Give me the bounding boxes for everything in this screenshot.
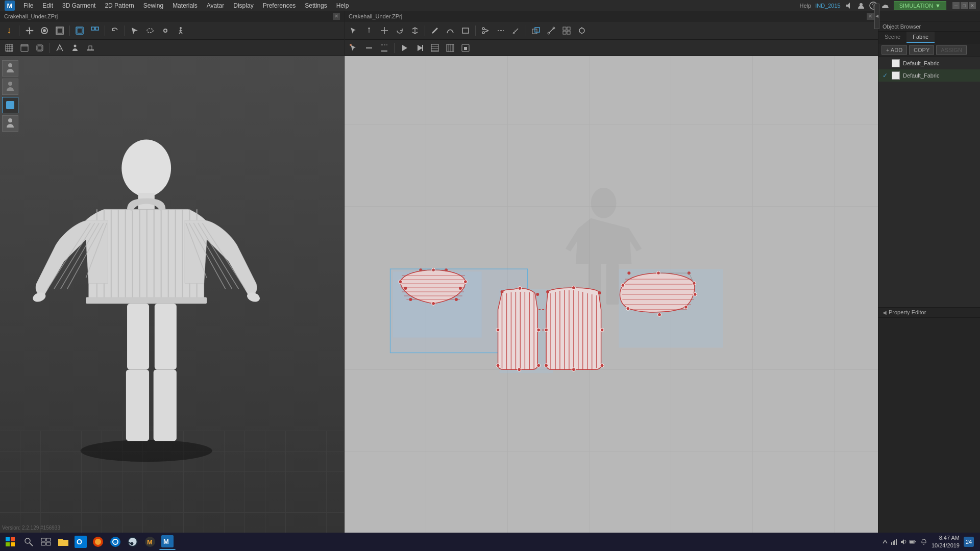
- taskbar-marvelous-active[interactable]: M: [159, 534, 176, 550]
- tb-2d-sel-v[interactable]: [347, 41, 361, 55]
- taskbar-steam[interactable]: [125, 534, 141, 550]
- tb-wireframe[interactable]: [33, 41, 47, 55]
- svg-point-11: [147, 29, 153, 33]
- viewport-3d[interactable]: Version: 2.2.129 #156933: [0, 56, 344, 533]
- tb-pin[interactable]: [158, 23, 173, 38]
- menu-2d-pattern[interactable]: 2D Pattern: [101, 1, 138, 10]
- tb-sewing-select[interactable]: [53, 41, 67, 55]
- menu-materials[interactable]: Materials: [168, 1, 202, 10]
- sep7: [475, 26, 476, 36]
- simulation-dropdown-icon[interactable]: ▼: [935, 3, 941, 9]
- cloud-icon[interactable]: [881, 2, 890, 10]
- tb-select-arrow[interactable]: [128, 23, 142, 38]
- sidebar-spacer: [878, 82, 980, 307]
- tb-2d-move[interactable]: [377, 23, 391, 38]
- avatar-thumb-1[interactable]: [2, 60, 18, 77]
- menu-sewing[interactable]: Sewing: [139, 1, 167, 10]
- menu-settings[interactable]: Settings: [301, 1, 331, 10]
- panel-3d-titlebar: Crakehall_Under.ZPrj ✕: [0, 11, 344, 21]
- tb-2d-notch[interactable]: [458, 41, 473, 55]
- panel-3d-close[interactable]: ✕: [333, 13, 340, 20]
- tb-lasso[interactable]: [143, 23, 157, 38]
- volume-icon[interactable]: [900, 538, 907, 545]
- tb-2d-snap[interactable]: [575, 23, 589, 38]
- tb-ground-btn[interactable]: [83, 41, 97, 55]
- taskbar-ie[interactable]: [107, 534, 124, 550]
- tb-2d-grid[interactable]: [559, 23, 574, 38]
- tb-2d-select[interactable]: [347, 23, 361, 38]
- tb-2d-sewing[interactable]: [544, 23, 558, 38]
- volume-icon[interactable]: [845, 2, 853, 10]
- tb-2d-play[interactable]: [397, 41, 411, 55]
- tb-show-mesh[interactable]: [2, 41, 16, 55]
- tb-2d-stitch[interactable]: [494, 23, 508, 38]
- tb-2d-stripe[interactable]: [443, 41, 457, 55]
- tb-2d-scissors[interactable]: [478, 23, 493, 38]
- fabric-item-1[interactable]: Default_Fabric: [878, 57, 980, 69]
- tb-2d-arrow[interactable]: [362, 23, 376, 38]
- tb-2d-pen[interactable]: [428, 23, 442, 38]
- tb-rotate-3d[interactable]: [37, 23, 52, 38]
- avatar-thumb-2[interactable]: [2, 79, 18, 95]
- tb-reset-3d[interactable]: [72, 23, 87, 38]
- tb-avatar-btn[interactable]: [68, 41, 82, 55]
- taskbar-browser[interactable]: [90, 534, 106, 550]
- menu-preferences[interactable]: Preferences: [259, 1, 300, 10]
- taskbar-filemanager[interactable]: [55, 534, 71, 550]
- fabric-item-2[interactable]: ✓ Default_Fabric: [878, 69, 980, 82]
- tab-scene[interactable]: Scene: [878, 32, 906, 43]
- svg-rect-68: [127, 304, 149, 369]
- close-button[interactable]: ✕: [969, 2, 976, 9]
- tb-undo-3d[interactable]: [108, 23, 122, 38]
- network-icon[interactable]: [891, 538, 898, 545]
- tb-scale-3d[interactable]: [53, 23, 67, 38]
- notification-icon[interactable]: [920, 538, 927, 545]
- battery-icon[interactable]: [909, 538, 916, 545]
- up-arrow-icon[interactable]: [881, 538, 889, 545]
- tb-select-3d[interactable]: ↓: [2, 23, 16, 38]
- sidebar-collapse-btn[interactable]: ◀: [874, 4, 879, 29]
- menu-help[interactable]: Help: [332, 1, 353, 10]
- menu-3d-garment[interactable]: 3D Garment: [58, 1, 100, 10]
- viewport-2d[interactable]: [345, 56, 878, 533]
- tb-2d-straight[interactable]: [362, 41, 376, 55]
- simulation-button[interactable]: SIMULATION ▼: [894, 1, 946, 10]
- tb-2d-measure[interactable]: [509, 23, 523, 38]
- svg-point-180: [627, 271, 630, 274]
- tb-texture[interactable]: [17, 41, 32, 55]
- menu-edit[interactable]: Edit: [38, 1, 57, 10]
- notification-badge[interactable]: 24: [964, 537, 974, 547]
- tb-2d-grid2[interactable]: [428, 41, 442, 55]
- panel-2d-close[interactable]: ✕: [867, 13, 874, 20]
- menu-avatar[interactable]: Avatar: [203, 1, 228, 10]
- avatar-thumb-3[interactable]: [2, 97, 18, 113]
- maximize-button[interactable]: □: [961, 2, 968, 9]
- tb-arrange-3d[interactable]: [88, 23, 102, 38]
- add-btn[interactable]: + ADD: [881, 45, 907, 55]
- minimize-button[interactable]: ─: [952, 2, 960, 9]
- menu-display[interactable]: Display: [229, 1, 257, 10]
- fabric-list: Default_Fabric ✓ Default_Fabric: [878, 57, 980, 82]
- tb-2d-flip[interactable]: [408, 23, 422, 38]
- tb-2d-rotate[interactable]: [393, 23, 407, 38]
- tb-2d-curve[interactable]: [377, 41, 391, 55]
- copy-btn[interactable]: COPY: [909, 45, 934, 55]
- taskbar-taskview[interactable]: [38, 534, 54, 550]
- start-button[interactable]: [2, 535, 18, 549]
- assign-btn[interactable]: ASSIGN: [936, 45, 967, 55]
- svg-rect-89: [567, 31, 570, 34]
- avatar-thumb-4[interactable]: [2, 115, 18, 132]
- taskbar-clock[interactable]: 8:47 AM 10/24/2019: [932, 534, 960, 550]
- tb-2d-bezier[interactable]: [443, 23, 457, 38]
- taskbar-outlook[interactable]: O: [72, 534, 89, 550]
- user-icon[interactable]: [857, 2, 865, 10]
- tab-fabric[interactable]: Fabric: [906, 32, 935, 43]
- taskbar-app7[interactable]: M: [142, 534, 158, 550]
- menu-file[interactable]: File: [19, 1, 37, 10]
- tb-2d-rect[interactable]: [458, 23, 473, 38]
- tb-2d-sim2[interactable]: [412, 41, 427, 55]
- tb-pose[interactable]: [174, 23, 188, 38]
- tb-2d-clone[interactable]: [529, 23, 543, 38]
- tb-move-3d[interactable]: [22, 23, 36, 38]
- taskbar-search[interactable]: [20, 534, 37, 550]
